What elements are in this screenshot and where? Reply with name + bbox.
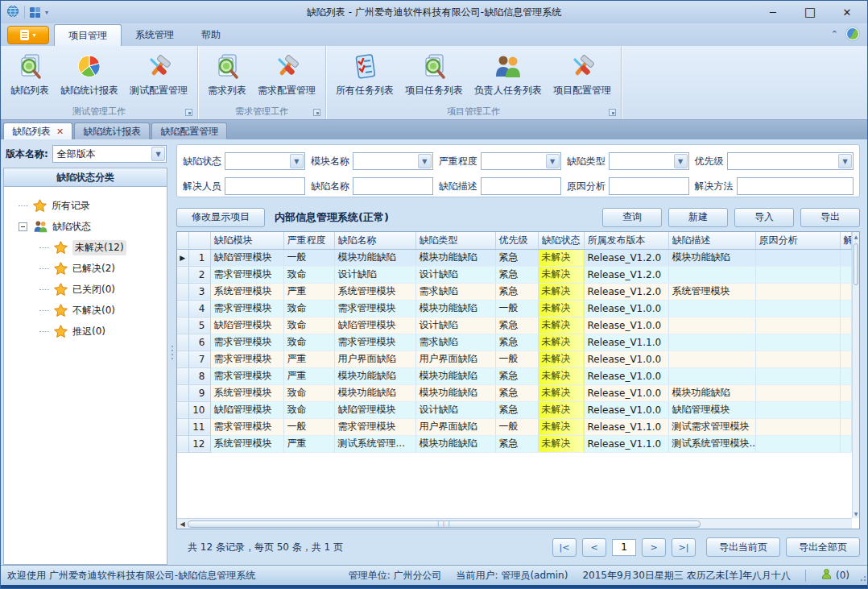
cell-5[interactable]: 未解决 bbox=[538, 384, 584, 401]
cell-0[interactable]: 需求管理模块 bbox=[210, 367, 283, 384]
cell-2[interactable]: 缺陷管理模块 bbox=[334, 401, 415, 418]
cell-4[interactable]: 紧急 bbox=[495, 317, 538, 334]
cell-3[interactable]: 用户界面缺陷 bbox=[415, 350, 495, 367]
row-selector-cell[interactable] bbox=[177, 384, 188, 401]
filter-resolver-value[interactable] bbox=[225, 178, 304, 194]
scroll-down-icon[interactable]: ▼ bbox=[853, 511, 859, 516]
horizontal-scroll-thumb[interactable]: ❘❘❘ bbox=[188, 521, 701, 528]
horizontal-scrollbar[interactable]: ◀ ❘❘❘ bbox=[177, 518, 852, 529]
doc-tab-defect-stats-report[interactable]: 缺陷统计报表 bbox=[74, 122, 150, 139]
cell-6[interactable]: Release_V1.0.0 bbox=[584, 384, 668, 401]
table-row[interactable]: 2需求管理模块致命设计缺陷设计缺陷紧急未解决Release_V1.2.0 bbox=[177, 266, 852, 283]
ribbon-button-defect-list[interactable]: 缺陷列表 bbox=[5, 49, 55, 99]
filter-priority-combo[interactable]: ▼ bbox=[727, 152, 854, 170]
cell-1[interactable]: 严重 bbox=[283, 435, 334, 452]
cell-3[interactable]: 模块功能缺陷 bbox=[415, 300, 495, 317]
cell-3[interactable]: 模块功能缺陷 bbox=[415, 435, 495, 452]
cell-6[interactable]: Release_V1.0.0 bbox=[584, 300, 668, 317]
ribbon-button-requirement-list[interactable]: 需求列表 bbox=[202, 49, 252, 99]
ribbon-button-project-config-mgmt[interactable]: 项目配置管理 bbox=[548, 49, 617, 99]
cell-2[interactable]: 模块功能缺陷 bbox=[334, 249, 415, 266]
cell-1[interactable]: 致命 bbox=[283, 317, 334, 334]
cell-3[interactable]: 模块功能缺陷 bbox=[415, 367, 495, 384]
cell-0[interactable]: 缺陷管理模块 bbox=[210, 317, 283, 334]
cell-6[interactable]: Release_V1.1.0 bbox=[584, 334, 668, 350]
query-button[interactable]: 查询 bbox=[602, 208, 662, 227]
chevron-down-icon[interactable]: ▼ bbox=[151, 147, 165, 161]
cell-0[interactable]: 系统管理模块 bbox=[210, 435, 283, 452]
close-button[interactable]: ✕ bbox=[829, 1, 866, 23]
doc-tab-defect-config-mgmt[interactable]: 缺陷配置管理 bbox=[151, 122, 227, 139]
vertical-scrollbar[interactable]: ▲ ▼ bbox=[852, 232, 859, 518]
user-person-icon[interactable] bbox=[820, 568, 833, 583]
cell-9[interactable] bbox=[840, 418, 852, 435]
cell-0[interactable]: 需求管理模块 bbox=[210, 334, 283, 350]
table-row[interactable]: 8需求管理模块严重模块功能缺陷模块功能缺陷紧急未解决Release_V1.0.0 bbox=[177, 367, 852, 384]
cell-6[interactable]: Release_V1.2.0 bbox=[584, 266, 668, 283]
export-current-page-button[interactable]: 导出当前页 bbox=[706, 537, 780, 557]
cell-0[interactable]: 缺陷管理模块 bbox=[210, 249, 283, 266]
cell-1[interactable]: 致命 bbox=[283, 266, 334, 283]
cell-5[interactable]: 未解决 bbox=[538, 350, 584, 367]
cell-5[interactable]: 未解决 bbox=[538, 317, 584, 334]
minimize-button[interactable]: ─ bbox=[754, 1, 792, 23]
cell-8[interactable] bbox=[755, 317, 840, 334]
cell-7[interactable]: 缺陷管理模块 bbox=[668, 401, 755, 418]
cell-0[interactable]: 系统管理模块 bbox=[210, 283, 283, 300]
ribbon-button-requirement-config-mgmt[interactable]: 需求配置管理 bbox=[252, 49, 321, 99]
cell-5[interactable]: 未解决 bbox=[538, 283, 584, 300]
cell-4[interactable]: 紧急 bbox=[495, 435, 538, 452]
row-selector-cell[interactable] bbox=[177, 266, 188, 283]
cell-6[interactable]: Release_V1.0.0 bbox=[584, 317, 668, 334]
cell-2[interactable]: 模块功能缺陷 bbox=[334, 367, 415, 384]
quick-access-caret-icon[interactable]: ▾ bbox=[45, 9, 48, 16]
filter-defect-type-combo[interactable]: ▼ bbox=[609, 152, 689, 170]
filter-priority-value[interactable] bbox=[728, 153, 853, 169]
cell-1[interactable]: 致命 bbox=[283, 334, 334, 350]
cell-9[interactable] bbox=[840, 350, 852, 367]
cell-1[interactable]: 一般 bbox=[283, 418, 334, 435]
cell-2[interactable]: 系统管理模块 bbox=[334, 283, 415, 300]
tree-item-postponed[interactable]: 推迟(0) bbox=[4, 321, 167, 342]
new-button[interactable]: 新建 bbox=[668, 208, 728, 227]
cell-7[interactable] bbox=[668, 300, 755, 317]
cell-6[interactable]: Release_V1.2.0 bbox=[584, 283, 668, 300]
cell-2[interactable]: 需求管理模块 bbox=[334, 334, 415, 350]
cell-2[interactable]: 缺陷管理模块 bbox=[334, 317, 415, 334]
dialog-launcher-icon[interactable] bbox=[609, 109, 616, 116]
cell-4[interactable]: 一般 bbox=[495, 418, 538, 435]
cell-0[interactable]: 系统管理模块 bbox=[210, 384, 283, 401]
cell-0[interactable]: 需求管理模块 bbox=[210, 266, 283, 283]
filter-solution-value[interactable] bbox=[738, 178, 853, 194]
cell-4[interactable]: 紧急 bbox=[495, 367, 538, 384]
column-header-5[interactable]: 缺陷状态 bbox=[538, 232, 584, 249]
table-row[interactable]: 11需求管理模块一般需求管理模块用户界面缺陷一般未解决Release_V1.1.… bbox=[177, 418, 852, 435]
table-row[interactable]: 3系统管理模块严重系统管理模块需求缺陷紧急未解决Release_V1.2.0系统… bbox=[177, 283, 852, 300]
cell-2[interactable]: 测试系统管理... bbox=[334, 435, 415, 452]
help-icon[interactable] bbox=[846, 27, 859, 40]
tree-item-all-records[interactable]: 所有记录 bbox=[4, 195, 167, 216]
ribbon-tab-project-mgmt[interactable]: 项目管理 bbox=[54, 24, 122, 46]
app-globe-icon[interactable] bbox=[6, 5, 19, 20]
scroll-left-icon[interactable]: ◀ bbox=[177, 521, 188, 528]
cell-4[interactable]: 紧急 bbox=[495, 334, 538, 350]
cell-8[interactable] bbox=[755, 266, 840, 283]
chevron-down-icon[interactable]: ▼ bbox=[546, 154, 560, 168]
cell-7[interactable]: 模块功能缺陷 bbox=[668, 384, 755, 401]
cell-8[interactable] bbox=[755, 300, 840, 317]
cell-6[interactable]: Release_V1.1.0 bbox=[584, 418, 668, 435]
cell-7[interactable] bbox=[668, 334, 755, 350]
column-header-0[interactable]: 缺陷模块 bbox=[210, 232, 283, 249]
maximize-button[interactable]: □ bbox=[792, 1, 829, 23]
ribbon-button-owner-tasks-list[interactable]: 负责人任务列表 bbox=[469, 49, 548, 99]
cell-2[interactable]: 需求管理模块 bbox=[334, 418, 415, 435]
filter-module-name-combo[interactable]: ▼ bbox=[353, 152, 433, 170]
column-header-9[interactable]: 解决方法 bbox=[840, 232, 852, 249]
app-menu-button[interactable]: ▾ bbox=[7, 26, 49, 44]
filter-defect-name-input[interactable] bbox=[353, 177, 433, 195]
filter-cause-analysis-input[interactable] bbox=[609, 177, 689, 195]
cell-8[interactable] bbox=[755, 367, 840, 384]
cell-8[interactable] bbox=[755, 249, 840, 266]
cell-1[interactable]: 致命 bbox=[283, 401, 334, 418]
cell-9[interactable] bbox=[840, 266, 852, 283]
